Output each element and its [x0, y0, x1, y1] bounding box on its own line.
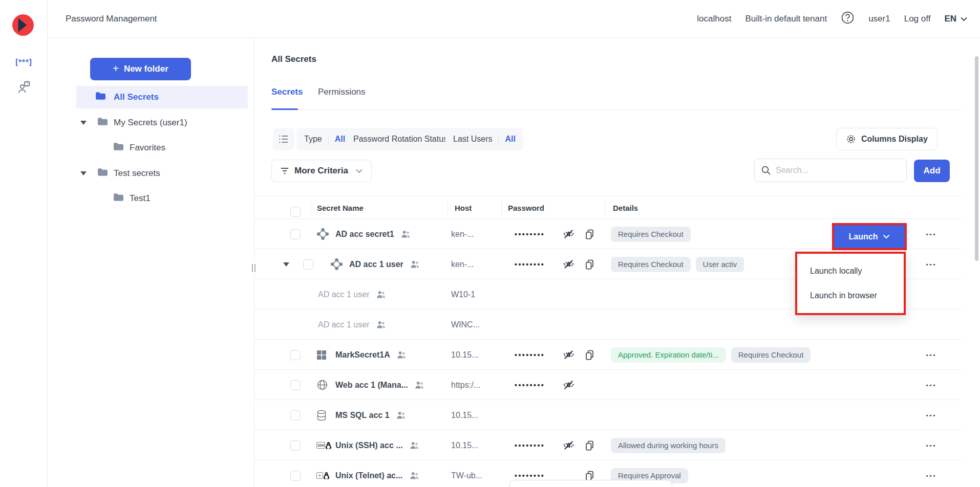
- secret-name[interactable]: MS SQL acc 1: [335, 411, 406, 420]
- host-cell: TW-ub...: [451, 460, 482, 487]
- reveal-password-icon[interactable]: [562, 340, 575, 370]
- row-actions-menu[interactable]: •••: [920, 340, 943, 370]
- folder-label: All Secrets: [114, 92, 159, 102]
- tree-expander-icon[interactable]: [80, 171, 87, 175]
- tree-expander-icon[interactable]: [80, 121, 87, 125]
- folder-icon: [95, 92, 106, 103]
- reveal-password-icon[interactable]: [562, 430, 575, 460]
- secret-type-icon-cell: [316, 219, 329, 249]
- more-criteria-button[interactable]: More Criteria: [271, 160, 372, 182]
- tabs-divider: [271, 109, 962, 110]
- language-selector[interactable]: EN: [944, 14, 968, 24]
- secret-name[interactable]: AD acc secret1: [335, 230, 411, 239]
- search-input[interactable]: [776, 166, 888, 175]
- row-actions-menu[interactable]: •••: [920, 460, 943, 487]
- row-checkbox-cell: [290, 340, 301, 370]
- folder-tree-panel: + New folder All SecretsMy Secrets (user…: [48, 38, 254, 487]
- filter-label: Type: [304, 135, 322, 144]
- status-badge: Requires Checkout: [731, 347, 811, 363]
- vertical-scrollbar-thumb[interactable]: [975, 56, 978, 261]
- row-actions-menu[interactable]: •••: [920, 370, 943, 400]
- row-checkbox[interactable]: [290, 350, 301, 360]
- filter-type[interactable]: TypeAll: [296, 128, 353, 150]
- row-actions-menu[interactable]: •••: [920, 400, 943, 430]
- host-cell: 10.15...: [451, 400, 478, 430]
- folder-icon: [113, 193, 124, 204]
- secret-name-cell: AD acc 1 user: [318, 309, 386, 340]
- shared-users-icon: [415, 381, 424, 389]
- secret-name-cell: MarkSecret1A: [335, 340, 407, 370]
- logoff-button[interactable]: Log off: [904, 14, 931, 24]
- table-row: Web acc 1 (Mana... https:/...•••••••••••: [254, 370, 962, 400]
- list-view-icon[interactable]: [273, 128, 294, 150]
- brand-chevron-icon: [12, 14, 34, 36]
- secret-type-icon-cell: SSH: [316, 430, 332, 460]
- launch-button[interactable]: Launch: [834, 225, 905, 248]
- secret-name[interactable]: Unix (Telnet) ac...: [335, 471, 419, 480]
- sidebar-item-test1[interactable]: Test1: [48, 187, 248, 210]
- active-tab-underline: [271, 108, 298, 110]
- row-actions-menu[interactable]: •••: [920, 430, 943, 460]
- new-folder-button[interactable]: + New folder: [90, 58, 191, 80]
- panel-resize-handle[interactable]: [250, 262, 257, 274]
- sidebar-item-test-secrets[interactable]: Test secrets: [48, 162, 248, 185]
- database-icon: [316, 410, 327, 421]
- secret-name[interactable]: AD acc 1 user: [318, 290, 386, 299]
- menu-item-launch-locally[interactable]: Launch locally: [797, 263, 904, 279]
- menu-item-launch-in-browser[interactable]: Launch in browser: [797, 288, 904, 303]
- secret-name-cell: AD acc 1 user: [349, 249, 420, 279]
- add-button[interactable]: Add: [914, 160, 950, 182]
- plus-icon: +: [113, 63, 119, 75]
- horizontal-scrollbar-thumb[interactable]: [509, 480, 672, 487]
- host-cell: 10.15...: [451, 430, 478, 460]
- user-discovery-icon[interactable]: ?: [0, 81, 48, 97]
- tab-secrets[interactable]: Secrets: [271, 87, 303, 97]
- col-details: Details: [613, 196, 638, 219]
- masked-password: ••••••••: [515, 230, 545, 238]
- host-cell: 10.15...: [451, 340, 478, 370]
- copy-password-icon[interactable]: [584, 430, 595, 460]
- shared-users-icon: [410, 260, 420, 269]
- reveal-password-icon[interactable]: [562, 219, 575, 249]
- row-checkbox[interactable]: [290, 410, 301, 420]
- row-checkbox[interactable]: [290, 440, 301, 451]
- row-actions-menu[interactable]: •••: [920, 249, 943, 279]
- tab-permissions[interactable]: Permissions: [318, 87, 366, 97]
- secret-name[interactable]: AD acc 1 user: [349, 260, 420, 269]
- row-actions-menu[interactable]: •••: [920, 219, 943, 249]
- row-checkbox[interactable]: [290, 380, 301, 390]
- sidebar-item-all-secrets[interactable]: All Secrets: [76, 86, 248, 108]
- password-vault-icon[interactable]: [***]: [0, 57, 48, 66]
- copy-password-icon[interactable]: [584, 249, 595, 279]
- status-badge: Requires Checkout: [611, 227, 691, 242]
- col-password: Password: [508, 196, 544, 219]
- secret-name[interactable]: Unix (SSH) acc ...: [335, 441, 419, 450]
- brand-logo[interactable]: [12, 14, 34, 36]
- row-checkbox[interactable]: [303, 259, 313, 270]
- filter-last-users[interactable]: Last UsersAll: [445, 128, 523, 150]
- secret-name[interactable]: Web acc 1 (Mana...: [335, 381, 424, 390]
- current-user[interactable]: user1: [868, 14, 890, 24]
- secret-name[interactable]: AD acc 1 user: [318, 320, 386, 329]
- search-box: [754, 159, 907, 182]
- row-expander-icon[interactable]: [283, 249, 289, 279]
- password-cell: ••••••••: [515, 249, 545, 279]
- sidebar-item-favorites[interactable]: Favorites: [48, 137, 248, 159]
- row-checkbox[interactable]: [290, 229, 301, 239]
- reveal-password-icon[interactable]: [562, 370, 575, 400]
- details-cell: Requires CheckoutUser activ: [611, 249, 744, 279]
- top-bar: Password Management localhost Built-in d…: [48, 0, 980, 38]
- col-host: Host: [455, 196, 472, 219]
- columns-display-button[interactable]: Columns Display: [836, 128, 938, 150]
- filter-value: All: [505, 135, 515, 144]
- secret-name[interactable]: MarkSecret1A: [335, 350, 407, 360]
- copy-password-icon[interactable]: [584, 340, 595, 370]
- copy-password-icon[interactable]: [584, 219, 595, 249]
- sidebar-item-my-secrets-user1[interactable]: My Secrets (user1): [48, 112, 248, 134]
- help-icon[interactable]: [841, 11, 855, 27]
- row-checkbox[interactable]: [290, 471, 301, 481]
- select-all-checkbox[interactable]: [290, 207, 301, 217]
- reveal-password-icon[interactable]: [562, 249, 575, 279]
- host-cell: WINC...: [451, 309, 480, 340]
- host-value: https:/...: [451, 381, 480, 390]
